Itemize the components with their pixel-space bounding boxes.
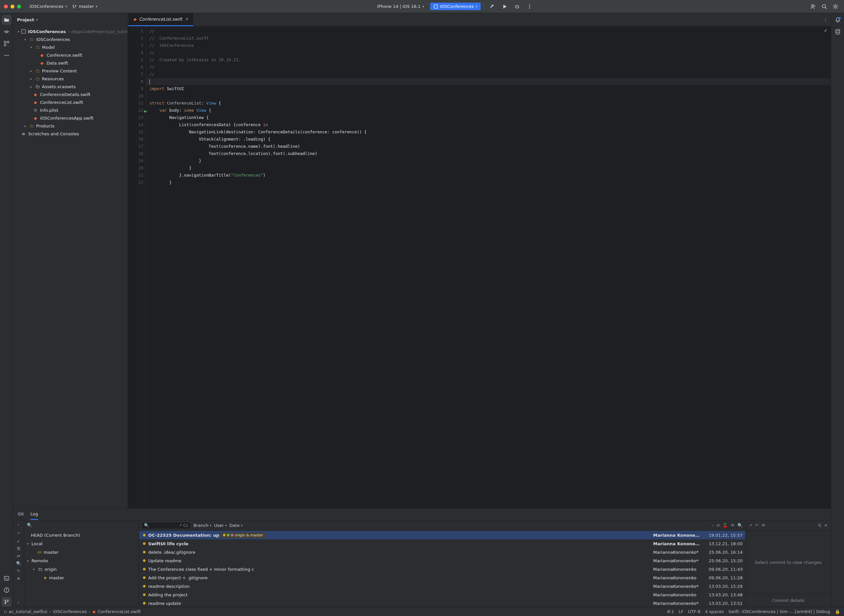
search-icon xyxy=(821,4,827,9)
go-to-hash-icon[interactable]: › xyxy=(712,523,714,528)
editor-body[interactable]: 123456789101112●↑13141516171819202122 //… xyxy=(128,26,831,508)
tree-item[interactable]: ◆ConferenceList.swift xyxy=(13,98,128,106)
branch-icon xyxy=(72,4,77,9)
commit-row[interactable]: OC-22525 Documentation: up origin & mast… xyxy=(139,531,745,539)
add-icon[interactable]: ＋ xyxy=(16,530,21,536)
date-filter[interactable]: Date▾ xyxy=(229,523,243,528)
log-tab[interactable]: Log xyxy=(31,509,38,520)
structure-tool-button[interactable] xyxy=(1,39,12,48)
search-everywhere-button[interactable] xyxy=(820,2,829,11)
branch-selector[interactable]: master ▾ xyxy=(69,3,100,10)
line-ending[interactable]: LF xyxy=(679,609,684,614)
commit-row[interactable]: readme updateMariannaKononenko*13.03.20,… xyxy=(139,599,745,607)
tree-item[interactable]: ▸🗀Products xyxy=(13,122,128,130)
terminal-tool-button[interactable] xyxy=(1,573,12,583)
revert-icon[interactable]: ↶ xyxy=(755,523,759,528)
commit-row[interactable]: Add the project + .gitignoreMariannaKono… xyxy=(139,573,745,582)
eye-icon[interactable]: 👁 xyxy=(731,523,735,528)
tree-item[interactable]: ▾🗀Model xyxy=(13,43,128,51)
tree-item[interactable]: ▾🗀iOSConferences xyxy=(13,35,128,43)
head-branch-row[interactable]: HEAD (Current Branch) xyxy=(24,531,139,539)
local-branch-row[interactable]: 🏷master xyxy=(24,548,139,556)
tree-root[interactable]: ▾ iOSConferences ~/AppCodeProjects/ac_tu… xyxy=(13,28,128,35)
commit-row[interactable]: delete .idea/.gitignoreMariannaKononenko… xyxy=(139,548,745,556)
editor-tab-menu[interactable]: ⋮ xyxy=(820,13,831,26)
local-group[interactable]: ▾Local xyxy=(24,539,139,548)
eye-icon[interactable]: 👁 xyxy=(762,523,766,528)
editor-tab[interactable]: ◆ ConferenceList.swift ✕ xyxy=(128,13,193,26)
project-tool-button[interactable] xyxy=(1,15,12,25)
commit-search-input[interactable]: 🔍.* Cc xyxy=(142,522,191,529)
database-tool-button[interactable] xyxy=(833,27,843,37)
more-run-button[interactable] xyxy=(525,2,534,11)
close-window-button[interactable] xyxy=(4,4,8,9)
more-tools-button[interactable] xyxy=(1,50,12,60)
swift-config[interactable]: Swift: iOSConferences | Sim -…[arm64] | … xyxy=(729,609,830,614)
cherry-pick-icon[interactable]: 🍒 xyxy=(723,523,728,528)
commit-row[interactable]: Adding the projectMariannaKononenko13.03… xyxy=(139,590,745,599)
indent[interactable]: 4 spaces xyxy=(705,609,723,614)
lock-icon[interactable]: 🔒 xyxy=(835,609,840,614)
run-button[interactable] xyxy=(500,2,509,11)
encoding[interactable]: UTF-8 xyxy=(688,609,700,614)
breadcrumb[interactable]: ▫ ac_tutorial_swiftui › iOSConferences ›… xyxy=(4,609,141,614)
commit-tool-button[interactable] xyxy=(1,27,12,37)
branch-filter[interactable]: Branch▾ xyxy=(193,523,212,528)
tree-item[interactable]: ◆Conference.swift xyxy=(13,51,128,59)
tree-item[interactable]: ◆Data.swift xyxy=(13,59,128,67)
assets-icon: 🗀 xyxy=(35,84,40,89)
device-selector[interactable]: iPhone 14 | iOS 16.1 ▾ xyxy=(375,3,426,10)
code-with-me-button[interactable] xyxy=(809,2,818,11)
minimize-window-button[interactable] xyxy=(10,4,15,9)
settings-button[interactable] xyxy=(831,2,840,11)
close-icon[interactable]: ✕ xyxy=(824,523,828,528)
branches-search[interactable]: 🔍 xyxy=(24,520,139,529)
compare-icon[interactable]: ⇄ xyxy=(17,553,20,558)
commit-row[interactable]: readme descriptionMariannaKononenko*13.0… xyxy=(139,582,745,590)
problems-tool-button[interactable] xyxy=(1,585,12,595)
run-config-selector[interactable]: iOSConferences ▾ xyxy=(430,3,481,10)
project-panel-header[interactable]: Project ▾ xyxy=(13,13,128,26)
edit-icon[interactable]: ✎ xyxy=(17,569,20,573)
commit-row[interactable]: Update readmeMariannaKononenko*25.06.20,… xyxy=(139,556,745,565)
git-tool-button[interactable] xyxy=(1,597,12,607)
delete-icon[interactable]: 🗑 xyxy=(16,546,21,551)
tree-item[interactable]: ⚙Info.plist xyxy=(13,106,128,114)
close-icon[interactable]: ✕ xyxy=(185,17,188,22)
user-filter[interactable]: User▾ xyxy=(214,523,227,528)
tree-item[interactable]: ▸🗀Assets.xcassets xyxy=(13,82,128,91)
tree-item[interactable]: ◆ConferenceDetails.swift xyxy=(13,91,128,98)
search-icon[interactable]: 🔍 xyxy=(16,561,21,566)
commit-row[interactable]: SwiftUI life cycleMarianna Kononenko13.1… xyxy=(139,539,745,548)
refresh-icon[interactable]: ⟳ xyxy=(716,523,720,528)
tree-item[interactable]: ◆iOSConferencesApp.swift xyxy=(13,114,128,122)
regex-toggle[interactable]: .* xyxy=(178,523,182,528)
expand-icon[interactable]: › xyxy=(18,600,19,605)
statusbar: ▫ ac_tutorial_swiftui › iOSConferences ›… xyxy=(0,607,844,616)
main-content: Project ▾ ▾ iOSConferences ~/AppCodeProj… xyxy=(0,13,844,607)
expand-icon[interactable]: ⇅ xyxy=(818,523,821,528)
folder-icon: 🗀 xyxy=(29,123,34,128)
tree-scratches[interactable]: ≡Scratches and Consoles xyxy=(13,130,128,138)
git-tab[interactable]: Git xyxy=(18,509,24,520)
code-area[interactable]: //// ConferenceList.swift// iOSConferenc… xyxy=(146,26,831,508)
favorite-icon[interactable]: ★ xyxy=(17,576,21,581)
collapse-icon[interactable]: ‹ xyxy=(18,522,19,527)
origin-branch-row[interactable]: ★master xyxy=(24,573,139,582)
build-button[interactable] xyxy=(488,2,497,11)
find-icon[interactable]: 🔍 xyxy=(737,523,743,528)
debug-button[interactable] xyxy=(513,2,522,11)
caret-position[interactable]: 8:1 xyxy=(667,609,674,614)
prev-diff-icon[interactable]: ↗ xyxy=(749,523,753,528)
commit-row[interactable]: The Conferences class fixed + minor form… xyxy=(139,565,745,573)
tree-item[interactable]: ▸🗀Resources xyxy=(13,75,128,82)
notifications-button[interactable] xyxy=(833,15,843,25)
tree-item[interactable]: ▸🗀Preview Content xyxy=(13,67,128,75)
maximize-window-button[interactable] xyxy=(17,4,21,9)
checkout-icon[interactable]: ↙ xyxy=(17,538,20,543)
case-toggle[interactable]: Cc xyxy=(183,523,188,528)
chevron-down-icon: ▾ xyxy=(36,18,38,22)
origin-group[interactable]: ▾🗀origin xyxy=(24,565,139,573)
project-selector[interactable]: iOSConferences ▾ xyxy=(27,3,69,10)
remote-group[interactable]: ▾Remote xyxy=(24,556,139,565)
